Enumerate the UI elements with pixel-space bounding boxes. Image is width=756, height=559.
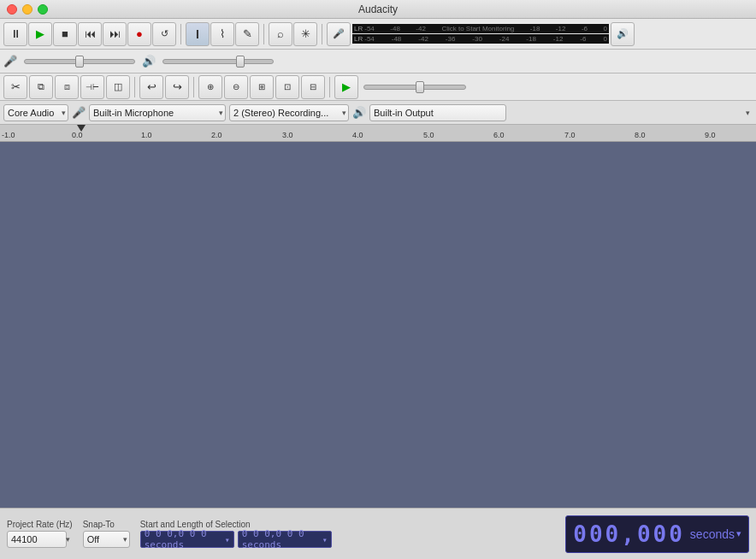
selection-end-value: 0 0 0,0 0 0 seconds (242, 528, 322, 550)
undo-button[interactable]: ↩ (139, 75, 163, 99)
zoom-fit-button[interactable]: ⊞ (250, 75, 274, 99)
output-vol-slider-thumb[interactable] (236, 56, 245, 68)
output-lr-label: LR (354, 35, 363, 43)
channels-wrapper[interactable]: 2 (Stereo) Recording... (229, 104, 349, 121)
snap-to-section: Snap-To Off (83, 520, 130, 548)
device-toolbar: Core Audio 🎤 Built-in Microphone 2 (Ster… (0, 101, 756, 125)
transport-toolbar: ⏸ ▶ ■ ⏮ ⏭ ● ↺ I (0, 19, 756, 50)
envelope-tool-button[interactable]: ⌇ (210, 22, 234, 46)
device-mic-icon: 🎤 (72, 106, 86, 119)
snap-to-wrapper[interactable]: Off (83, 531, 130, 548)
traffic-lights (7, 4, 48, 15)
channels-select[interactable]: 2 (Stereo) Recording... (229, 104, 349, 121)
pause-icon: ⏸ (10, 27, 21, 40)
zoom-out-icon: ⊖ (233, 82, 239, 91)
prev-button[interactable]: ⏮ (78, 22, 102, 46)
draw-tool-button[interactable]: ✎ (235, 22, 259, 46)
selection-tool-icon: I (196, 27, 199, 41)
mic-meter-button[interactable]: 🎤 (327, 22, 351, 46)
ruler-tick-7: 7.0 (564, 131, 576, 139)
input-gain-slider-thumb[interactable] (75, 56, 84, 68)
ruler-tick-0: 0.0 (72, 131, 83, 139)
ruler-tick-3: 3.0 (282, 131, 293, 139)
big-time-digits: 000,000 (573, 521, 685, 547)
output-device-wrapper[interactable]: Built-in Output (369, 104, 753, 121)
play-speed-slider-thumb[interactable] (416, 81, 424, 93)
zoom-out-button[interactable]: ⊖ (224, 75, 248, 99)
record-button[interactable]: ● (127, 22, 151, 46)
separator-2 (263, 24, 264, 44)
bottom-bar: Project Rate (Hz) 44100 Snap-To Off Star… (0, 508, 756, 559)
paste-icon: ⧈ (64, 81, 70, 92)
selection-start-value: 0 0 0,0 0 0 seconds (145, 528, 225, 550)
trim-icon: ⊣⊢ (86, 83, 99, 91)
speaker-meter-button[interactable]: 🔊 (611, 22, 635, 46)
play-at-speed-icon: ▶ (342, 80, 351, 93)
selection-section: Start and Length of Selection 0 0 0,0 0 … (140, 520, 556, 548)
ruler-tick-5: 5.0 (423, 131, 434, 139)
multi-tool-icon: ✳ (301, 27, 310, 40)
cut-button[interactable]: ✂ (3, 75, 27, 99)
input-lr-label: LR (354, 25, 363, 32)
input-device-wrapper[interactable]: Built-in Microphone (89, 104, 226, 121)
input-device-select[interactable]: Built-in Microphone (89, 104, 226, 121)
redo-button[interactable]: ↪ (165, 75, 189, 99)
input-vu-scale: -54-48-42Click to Start Monitoring-18-12… (364, 25, 607, 32)
zoom-reset-button[interactable]: ⊟ (301, 75, 325, 99)
copy-button[interactable]: ⧉ (29, 75, 53, 99)
project-rate-wrapper[interactable]: 44100 (7, 531, 73, 548)
close-button[interactable] (7, 4, 17, 15)
app-title: Audacity (358, 3, 398, 15)
ruler-tick-1: 1.0 (141, 131, 152, 139)
transport-group: ⏸ ▶ ■ ⏮ ⏭ ● ↺ (3, 22, 176, 46)
multi-tool-button[interactable]: ✳ (293, 22, 317, 46)
ruler-tick-8: 8.0 (635, 131, 646, 139)
tools-group: I ⌇ ✎ (186, 22, 259, 46)
ruler-tick-2: 2.0 (211, 131, 222, 139)
big-time-display: 000,000 seconds ▾ (565, 515, 749, 553)
timeline-ruler: -1.0 0.0 1.0 2.0 3.0 4.0 5.0 6.0 7.0 8.0… (0, 125, 756, 142)
trim-button[interactable]: ⊣⊢ (80, 75, 104, 99)
separator-1 (180, 24, 181, 44)
draw-tool-icon: ✎ (243, 27, 252, 40)
zoom-sel-button[interactable]: ⊡ (275, 75, 299, 99)
audio-host-select[interactable]: Core Audio (3, 104, 68, 121)
minimize-button[interactable] (22, 4, 32, 15)
output-device-select[interactable]: Built-in Output (369, 104, 506, 121)
play-at-speed-button[interactable]: ▶ (334, 75, 358, 99)
pause-button[interactable]: ⏸ (3, 22, 27, 46)
track-area[interactable] (0, 142, 756, 508)
zoom-fit-icon: ⊞ (258, 82, 265, 91)
audio-host-wrapper[interactable]: Core Audio (3, 104, 68, 121)
ruler-tick-4: 4.0 (352, 131, 363, 139)
output-vu-scale: -54-48-42-36-30-24-18-12-60 (364, 35, 607, 43)
zoom-in-button[interactable]: ⊕ (198, 75, 222, 99)
stop-button[interactable]: ■ (53, 22, 77, 46)
silence-button[interactable]: ◫ (106, 75, 130, 99)
maximize-button[interactable] (38, 4, 48, 15)
mixer-toolbar: 🎤 🔊 (0, 50, 756, 74)
tools-group-2: ⌕ ✳ (269, 22, 317, 46)
selection-tool-button[interactable]: I (186, 22, 210, 46)
project-rate-select[interactable]: 44100 (7, 531, 67, 548)
zoom-tool-icon: ⌕ (277, 27, 284, 40)
ruler-tick-9: 9.0 (705, 131, 716, 139)
undo-icon: ↩ (147, 80, 157, 93)
next-button[interactable]: ⏭ (103, 22, 127, 46)
snap-to-label: Snap-To (83, 520, 130, 529)
play-button[interactable]: ▶ (28, 22, 52, 46)
paste-button[interactable]: ⧈ (55, 75, 79, 99)
loop-button[interactable]: ↺ (152, 22, 176, 46)
selection-start-input[interactable]: 0 0 0,0 0 0 seconds ▾ (140, 531, 234, 548)
big-time-arrow[interactable]: ▾ (736, 528, 741, 539)
big-time-unit: seconds (690, 527, 735, 541)
zoom-in-icon: ⊕ (207, 82, 214, 91)
selection-inputs: 0 0 0,0 0 0 seconds ▾ 0 0 0,0 0 0 second… (140, 531, 556, 548)
zoom-tool-button[interactable]: ⌕ (269, 22, 292, 46)
ruler-tick-6: 6.0 (493, 131, 505, 139)
selection-end-input[interactable]: 0 0 0,0 0 0 seconds ▾ (238, 531, 332, 548)
title-bar: Audacity (0, 0, 756, 19)
separator-edit-3 (329, 77, 330, 97)
snap-to-select[interactable]: Off (83, 531, 130, 548)
loop-icon: ↺ (161, 28, 168, 39)
